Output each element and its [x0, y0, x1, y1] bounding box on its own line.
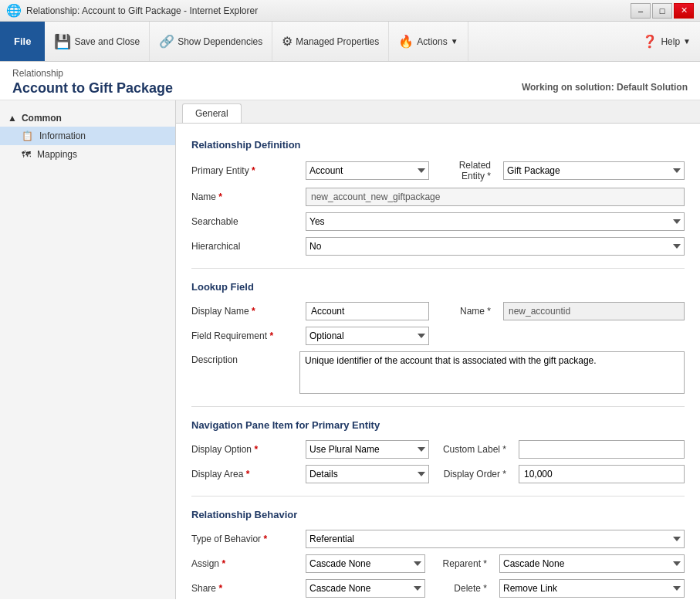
- help-button[interactable]: ❓ Help ▼: [633, 22, 700, 61]
- type-of-behavior-select[interactable]: Referential: [306, 530, 685, 548]
- dependencies-icon: 🔗: [159, 34, 174, 49]
- relationship-definition-title: Relationship Definition: [191, 139, 685, 151]
- sidebar-group-label: Common: [22, 113, 62, 124]
- description-textarea[interactable]: Unique identifier of the account that is…: [299, 351, 685, 394]
- field-requirement-select[interactable]: Optional: [306, 327, 429, 345]
- hierarchical-row: Hierarchical No: [191, 237, 685, 256]
- display-order-label: Display Order *: [435, 469, 512, 480]
- display-option-label: Display Option *: [191, 444, 299, 455]
- title-bar-title: Relationship: Account to Gift Package - …: [26, 5, 258, 16]
- display-name-input[interactable]: [306, 302, 429, 320]
- share-delete-row: Share * Cascade None Delete * Remove Lin…: [191, 579, 685, 598]
- name-input[interactable]: [306, 188, 685, 206]
- maximize-button[interactable]: □: [652, 3, 672, 19]
- display-area-row: Display Area * Details Display Order *: [191, 465, 685, 483]
- content-area: General Relationship Definition Primary …: [176, 100, 700, 599]
- searchable-select[interactable]: Yes: [306, 212, 685, 231]
- sidebar-item-mappings[interactable]: 🗺 Mappings: [0, 145, 175, 164]
- display-option-row: Display Option * Use Plural Name Custom …: [191, 440, 685, 459]
- file-button[interactable]: File: [0, 22, 45, 61]
- assign-reparent-row: Assign * Cascade None Reparent * Cascade…: [191, 554, 685, 573]
- reparent-select[interactable]: Cascade None: [499, 554, 685, 573]
- help-dropdown-icon: ▼: [683, 37, 691, 46]
- mappings-icon: 🗺: [22, 149, 31, 160]
- primary-entity-label: Primary Entity *: [191, 165, 299, 176]
- share-label: Share *: [191, 583, 299, 594]
- header-area: Relationship Account to Gift Package Wor…: [0, 62, 700, 100]
- lookup-field-title: Lookup Field: [191, 281, 685, 293]
- breadcrumb: Relationship: [12, 68, 173, 79]
- sidebar-item-label: Information: [39, 130, 86, 141]
- hierarchical-label: Hierarchical: [191, 241, 299, 252]
- lookup-name-label: Name *: [435, 306, 497, 317]
- related-entity-label: Related Entity *: [435, 160, 497, 181]
- description-label: Description: [191, 354, 299, 365]
- tab-bar: General: [176, 100, 700, 124]
- display-order-input[interactable]: [519, 465, 685, 483]
- minimize-button[interactable]: –: [631, 3, 651, 19]
- information-icon: 📋: [22, 130, 33, 141]
- name-label: Name *: [191, 191, 299, 202]
- share-select[interactable]: Cascade None: [306, 579, 425, 598]
- browser-icon: 🌐: [6, 3, 22, 18]
- show-dependencies-button[interactable]: 🔗 Show Dependencies: [150, 22, 272, 61]
- field-req-label: Field Requirement *: [191, 330, 299, 341]
- actions-icon: 🔥: [398, 34, 414, 49]
- display-option-select[interactable]: Use Plural Name: [306, 440, 429, 459]
- group-arrow-icon: ▲: [8, 113, 17, 124]
- custom-label-label: Custom Label *: [435, 444, 512, 455]
- primary-related-entity-row: Primary Entity * Account Related Entity …: [191, 160, 685, 181]
- sidebar: ▲ Common 📋 Information 🗺 Mappings: [0, 100, 176, 599]
- assign-label: Assign *: [191, 558, 299, 569]
- reparent-label: Reparent *: [431, 558, 493, 569]
- primary-entity-select[interactable]: Account: [306, 161, 429, 180]
- display-name-name-row: Display Name * Name *: [191, 302, 685, 320]
- sidebar-item-information[interactable]: 📋 Information: [0, 127, 175, 145]
- close-button[interactable]: ✕: [674, 3, 694, 19]
- custom-label-input[interactable]: [519, 440, 685, 459]
- field-requirement-row: Field Requirement * Optional: [191, 327, 685, 345]
- searchable-label: Searchable: [191, 216, 299, 227]
- managed-props-icon: ⚙: [282, 34, 293, 49]
- delete-select[interactable]: Remove Link: [499, 579, 685, 598]
- assign-select[interactable]: Cascade None: [306, 554, 425, 573]
- actions-button[interactable]: 🔥 Actions ▼: [389, 22, 468, 61]
- toolbar: File 💾 Save and Close 🔗 Show Dependencie…: [0, 22, 700, 62]
- type-of-behavior-row: Type of Behavior * Referential: [191, 530, 685, 548]
- display-area-label: Display Area *: [191, 469, 299, 480]
- display-name-label: Display Name *: [191, 306, 299, 317]
- name-row: Name *: [191, 188, 685, 206]
- lookup-name-input[interactable]: [503, 302, 685, 320]
- related-entity-select[interactable]: Gift Package: [503, 161, 685, 180]
- sidebar-group-common[interactable]: ▲ Common: [0, 110, 175, 127]
- searchable-row: Searchable Yes: [191, 212, 685, 231]
- sidebar-item-label: Mappings: [37, 149, 77, 160]
- actions-dropdown-icon: ▼: [451, 37, 458, 46]
- page-title: Account to Gift Package: [12, 80, 173, 97]
- description-row: Description Unique identifier of the acc…: [191, 351, 685, 394]
- display-area-select[interactable]: Details: [306, 465, 429, 483]
- relationship-behavior-title: Relationship Behavior: [191, 509, 685, 520]
- hierarchical-select[interactable]: No: [306, 237, 685, 256]
- type-of-behavior-label: Type of Behavior *: [191, 534, 299, 544]
- solution-label: Working on solution: Default Solution: [522, 82, 688, 93]
- save-icon: 💾: [54, 33, 71, 50]
- delete-label: Delete *: [431, 583, 493, 594]
- save-and-close-button[interactable]: 💾 Save and Close: [45, 22, 150, 61]
- tab-general[interactable]: General: [182, 103, 242, 123]
- title-bar: 🌐 Relationship: Account to Gift Package …: [0, 0, 700, 22]
- help-icon: ❓: [642, 34, 658, 49]
- managed-properties-button[interactable]: ⚙ Managed Properties: [272, 22, 389, 61]
- navigation-pane-title: Navigation Pane Item for Primary Entity: [191, 419, 685, 431]
